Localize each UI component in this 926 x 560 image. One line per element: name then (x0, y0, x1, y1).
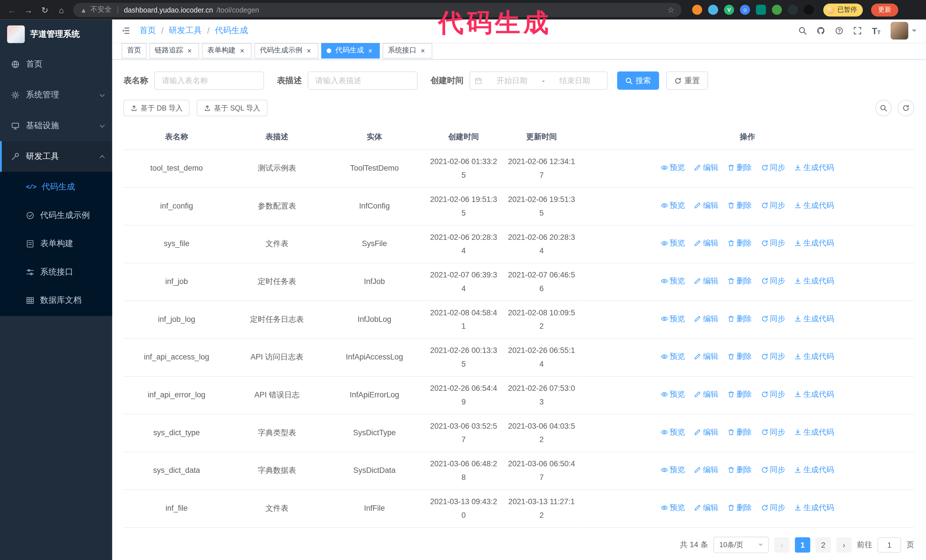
sync-link[interactable]: 同步 (761, 199, 785, 212)
preview-link[interactable]: 预览 (661, 162, 685, 175)
paused-badge[interactable]: 已暂停 (823, 3, 863, 16)
generate-code-link[interactable]: 生成代码 (794, 426, 834, 439)
table-desc-input[interactable] (308, 71, 418, 90)
generate-code-link[interactable]: 生成代码 (794, 199, 834, 212)
sidebar-item-form-builder[interactable]: 表单构建 (0, 229, 112, 258)
tab-close-icon[interactable]: × (238, 47, 246, 55)
refresh-table-button[interactable] (898, 100, 914, 116)
delete-link[interactable]: 删除 (728, 275, 752, 288)
preview-link[interactable]: 预览 (661, 199, 685, 212)
preview-link[interactable]: 预览 (661, 237, 685, 250)
date-range-picker[interactable]: 开始日期 - 结束日期 (469, 71, 608, 90)
header-search-button[interactable] (799, 27, 807, 35)
extension-icon[interactable]: V (724, 5, 734, 15)
font-size-button[interactable]: TT (872, 26, 881, 36)
edit-link[interactable]: 编辑 (694, 388, 718, 402)
extension-icon[interactable] (756, 5, 766, 15)
generate-code-link[interactable]: 生成代码 (794, 350, 834, 364)
preview-link[interactable]: 预览 (661, 464, 685, 477)
sidebar-item-codegen[interactable]: </> 代码生成 (0, 173, 112, 201)
preview-link[interactable]: 预览 (661, 275, 685, 288)
breadcrumb-home[interactable]: 首页 (139, 26, 156, 36)
generate-code-link[interactable]: 生成代码 (794, 312, 834, 326)
help-button[interactable] (835, 27, 843, 35)
collapse-sidebar-button[interactable] (122, 27, 130, 35)
tab[interactable]: 代码生成 × (321, 43, 380, 58)
sidebar-item-infra[interactable]: 基础设施 (0, 110, 112, 141)
edit-link[interactable]: 编辑 (694, 464, 718, 477)
forward-icon[interactable]: → (21, 3, 36, 17)
delete-link[interactable]: 删除 (728, 426, 752, 439)
tab-close-icon[interactable]: × (366, 47, 374, 55)
sync-link[interactable]: 同步 (761, 350, 785, 364)
tab-close-icon[interactable]: × (186, 47, 194, 55)
import-sql-button[interactable]: 基于 SQL 导入 (197, 100, 267, 116)
search-button[interactable]: 搜索 (617, 71, 659, 90)
next-page-button[interactable]: › (836, 537, 852, 552)
edit-link[interactable]: 编辑 (694, 426, 718, 439)
delete-link[interactable]: 删除 (728, 237, 752, 250)
sync-link[interactable]: 同步 (761, 237, 785, 250)
extension-icon[interactable] (804, 5, 814, 15)
sidebar-item-system-api[interactable]: 系统接口 (0, 258, 112, 286)
sync-link[interactable]: 同步 (761, 388, 785, 402)
prev-page-button[interactable]: ‹ (774, 537, 790, 552)
reset-button[interactable]: 重置 (666, 71, 708, 90)
preview-link[interactable]: 预览 (661, 350, 685, 364)
tab[interactable]: 首页 (122, 43, 147, 58)
sidebar-item-system[interactable]: 系统管理 (0, 80, 112, 110)
tab[interactable]: 系统接口 × (383, 43, 432, 58)
sync-link[interactable]: 同步 (761, 426, 785, 439)
edit-link[interactable]: 编辑 (694, 502, 718, 515)
edit-link[interactable]: 编辑 (694, 275, 718, 288)
extension-icon[interactable]: ☺ (740, 5, 750, 15)
page-number-1[interactable]: 1 (795, 537, 810, 552)
tab-close-icon[interactable]: × (305, 47, 313, 55)
generate-code-link[interactable]: 生成代码 (794, 162, 834, 175)
generate-code-link[interactable]: 生成代码 (794, 502, 834, 515)
delete-link[interactable]: 删除 (728, 162, 752, 175)
table-name-input[interactable] (154, 71, 264, 90)
sidebar-item-devtools[interactable]: 研发工具 (0, 141, 112, 172)
back-icon[interactable]: ← (5, 3, 19, 17)
extension-icon[interactable] (772, 5, 782, 15)
reload-icon[interactable]: ↻ (38, 3, 52, 17)
delete-link[interactable]: 删除 (728, 502, 752, 515)
edit-link[interactable]: 编辑 (694, 199, 718, 212)
extension-icon[interactable] (708, 5, 718, 15)
delete-link[interactable]: 删除 (728, 464, 752, 477)
tab[interactable]: 链路追踪 × (149, 43, 199, 58)
sidebar-item-db-docs[interactable]: 数据库文档 (0, 286, 112, 314)
edit-link[interactable]: 编辑 (694, 237, 718, 250)
edit-link[interactable]: 编辑 (694, 162, 718, 175)
sync-link[interactable]: 同步 (761, 275, 785, 288)
generate-code-link[interactable]: 生成代码 (794, 237, 834, 250)
delete-link[interactable]: 删除 (728, 199, 752, 212)
extension-icon[interactable] (692, 5, 702, 15)
generate-code-link[interactable]: 生成代码 (794, 275, 834, 288)
sidebar-item-codegen-example[interactable]: 代码生成示例 (0, 201, 112, 229)
preview-link[interactable]: 预览 (661, 502, 685, 515)
fullscreen-button[interactable] (853, 27, 862, 35)
tab[interactable]: 表单构建 × (202, 43, 251, 58)
page-number-2[interactable]: 2 (816, 537, 831, 552)
sidebar-item-home[interactable]: 首页 (0, 49, 112, 80)
github-link[interactable] (817, 27, 825, 35)
generate-code-link[interactable]: 生成代码 (794, 388, 834, 402)
sync-link[interactable]: 同步 (761, 312, 785, 326)
tab[interactable]: 代码生成示例 × (254, 43, 318, 58)
tab-close-icon[interactable]: × (419, 47, 427, 55)
home-icon[interactable]: ⌂ (54, 3, 69, 17)
preview-link[interactable]: 预览 (661, 426, 685, 439)
edit-link[interactable]: 编辑 (694, 350, 718, 364)
import-db-button[interactable]: 基于 DB 导入 (123, 100, 190, 116)
extension-icon[interactable] (788, 5, 798, 15)
sync-link[interactable]: 同步 (761, 502, 785, 515)
preview-link[interactable]: 预览 (661, 312, 685, 326)
preview-link[interactable]: 预览 (661, 388, 685, 402)
goto-page-input[interactable] (878, 537, 901, 552)
update-button[interactable]: 更新 (871, 3, 898, 16)
address-bar[interactable]: ▲ 不安全 dashboard.yudao.iocoder.cn/tool/co… (73, 3, 682, 17)
delete-link[interactable]: 删除 (728, 312, 752, 326)
user-menu[interactable] (891, 22, 917, 39)
